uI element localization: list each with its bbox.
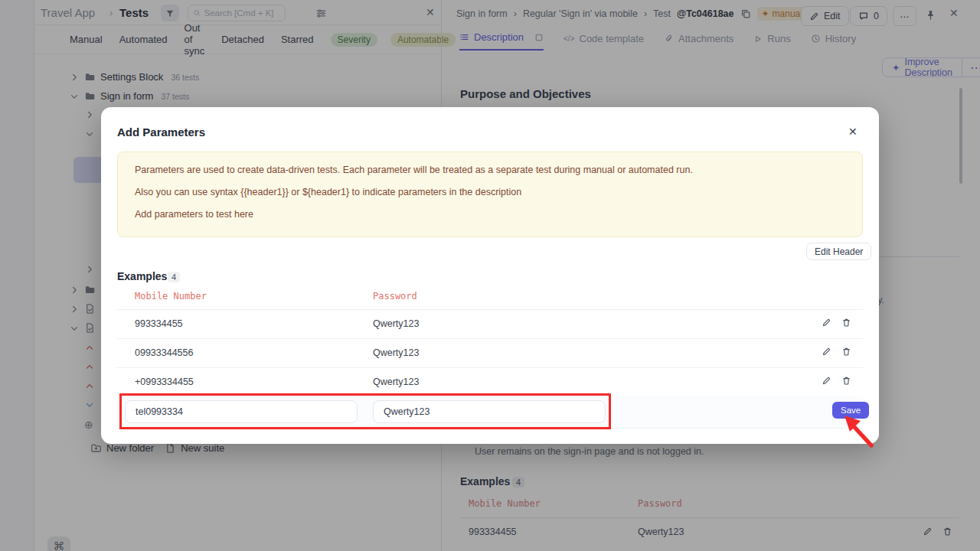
app-window: T◞ ✓ ⚙ Travel App › Tests ✕ Manual Autom…: [0, 0, 980, 551]
close-icon[interactable]: ✕: [848, 126, 858, 138]
examples-heading: Examples: [117, 270, 167, 282]
delete-row-button[interactable]: [841, 347, 851, 357]
column-password: Password: [373, 291, 417, 302]
cell-mobile: 09933344556: [135, 347, 193, 358]
edit-row-button[interactable]: [822, 318, 831, 328]
cell-mobile: +0993334455: [135, 377, 194, 387]
cell-password: Qwerty123: [373, 318, 419, 329]
info-line: Also you can use syntax {{header1}} or $…: [135, 187, 845, 198]
cell-mobile: 993334455: [135, 318, 183, 329]
delete-row-button[interactable]: [841, 376, 851, 386]
info-line: Parameters are used to create data-drive…: [135, 165, 845, 176]
info-line: Add parameters to test here: [135, 209, 845, 220]
info-banner: Parameters are used to create data-drive…: [117, 152, 863, 237]
cell-password: Qwerty123: [373, 377, 419, 387]
edit-row-button[interactable]: [822, 347, 831, 357]
delete-row-button[interactable]: [841, 318, 851, 328]
table-row: 993334455 Qwerty123: [117, 309, 863, 338]
table-row: +0993334455 Qwerty123: [117, 367, 863, 396]
cell-password: Qwerty123: [373, 347, 419, 358]
edit-row-button[interactable]: [822, 376, 831, 386]
table-row: 09933344556 Qwerty123: [117, 338, 863, 367]
column-mobile-number: Mobile Number: [135, 291, 207, 302]
examples-count-badge: 4: [168, 272, 180, 282]
edit-header-button[interactable]: Edit Header: [806, 243, 871, 260]
annotation-arrow: [841, 413, 880, 450]
modal-title: Add Parameters: [117, 126, 205, 139]
highlight-rectangle-annotation: [119, 393, 611, 429]
